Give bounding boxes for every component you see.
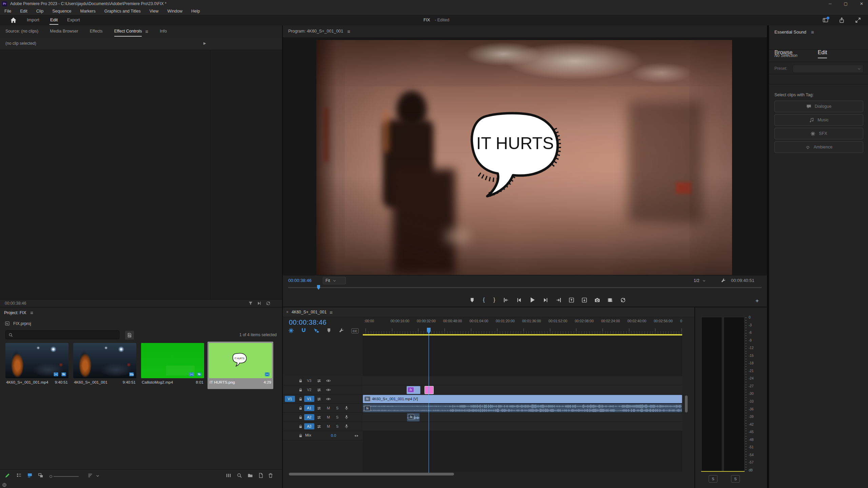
sync-lock-icon[interactable] — [317, 415, 321, 420]
solo-button[interactable]: S — [336, 406, 338, 410]
eye-icon[interactable] — [326, 387, 331, 392]
find-in-project-button[interactable] — [125, 330, 134, 340]
track-header-v2[interactable]: V2 — [283, 385, 363, 394]
solo-left-button[interactable]: S — [709, 475, 717, 483]
keyframe-icon[interactable] — [354, 433, 359, 438]
zoom-slider-handle[interactable] — [50, 475, 52, 478]
track-header-mix[interactable]: Mix 0.0 — [283, 431, 363, 440]
menu-item[interactable]: Graphics and Titles — [100, 9, 145, 14]
track-name[interactable]: V3 — [304, 378, 314, 384]
settings-wrench-icon[interactable] — [721, 278, 726, 283]
filter-funnel-icon[interactable] — [248, 301, 253, 306]
menu-item[interactable]: Window — [163, 9, 187, 14]
source-patch-v1[interactable]: V1 — [285, 396, 295, 402]
sync-lock-icon[interactable] — [317, 424, 321, 429]
freeform-view-icon[interactable] — [38, 473, 43, 478]
tab-effects[interactable]: Effects — [90, 29, 103, 34]
zoom-slider-track[interactable] — [54, 476, 79, 477]
loop-icon[interactable] — [266, 301, 271, 306]
solo-button[interactable]: S — [336, 415, 338, 419]
program-scrubber[interactable] — [288, 287, 762, 288]
tab-effect-controls[interactable]: Effect Controls — [114, 29, 142, 34]
workspace-tab-edit[interactable]: Edit — [50, 17, 58, 22]
fx-badge[interactable]: fx — [364, 406, 371, 411]
add-marker-icon[interactable] — [326, 328, 332, 333]
fx-badge[interactable]: fx — [364, 396, 371, 402]
mark-in-icon[interactable]: { — [482, 297, 486, 303]
track-name[interactable]: V1 — [304, 396, 314, 402]
minimize-button[interactable]: ─ — [829, 1, 832, 6]
project-writable-icon[interactable] — [5, 473, 10, 478]
track-name[interactable]: V2 — [304, 387, 314, 393]
track-header-a2[interactable]: A2 M S — [283, 413, 363, 422]
delete-icon[interactable] — [268, 473, 273, 478]
go-to-out-icon[interactable] — [556, 297, 561, 303]
captions-icon[interactable]: CC — [351, 328, 359, 333]
a2-audio-clip[interactable]: fx — [407, 413, 420, 422]
panel-menu-icon[interactable]: ≡ — [145, 29, 148, 34]
playhead-line[interactable] — [429, 328, 429, 473]
playback-resolution-select[interactable]: 1/2 — [691, 277, 711, 284]
sequence-thumbnail[interactable] — [73, 343, 136, 378]
menu-item[interactable]: Sequence — [48, 9, 76, 14]
program-timecode[interactable]: 00:00:38:46 — [288, 278, 312, 283]
workspace-tab-export[interactable]: Export — [67, 17, 80, 22]
export-frame-icon[interactable] — [594, 297, 600, 303]
nest-toggle-icon[interactable] — [288, 328, 294, 333]
clip-thumbnail[interactable] — [5, 343, 68, 378]
close-button[interactable]: ✕ — [860, 1, 863, 6]
home-icon[interactable] — [10, 17, 17, 23]
tab-media-browser[interactable]: Media Browser — [50, 29, 78, 34]
panel-menu-icon[interactable]: ≡ — [30, 310, 33, 315]
tag-ambience-button[interactable]: Ambience — [774, 141, 863, 153]
linked-selection-icon[interactable] — [313, 328, 319, 333]
mix-value[interactable]: 0.0 — [331, 433, 336, 438]
media-item-1[interactable]: 4K60_S+_001_001.mp49:40:51 — [5, 343, 68, 384]
new-item-icon[interactable] — [258, 473, 263, 478]
menu-item[interactable]: File — [0, 9, 16, 14]
timeline-timecode[interactable]: 00:00:38:46 — [289, 319, 327, 326]
eye-icon[interactable] — [326, 378, 331, 383]
fx-badge[interactable]: fx — [408, 387, 414, 392]
track-header-v3[interactable]: V3 — [283, 376, 363, 385]
menu-item[interactable]: Edit — [16, 9, 32, 14]
v2-graphic-clip-selected[interactable] — [425, 386, 434, 394]
media-item-3[interactable]: CallistoMog2.mp48:01 — [141, 343, 204, 384]
tab-info[interactable]: Info — [160, 29, 167, 34]
automate-to-sequence-icon[interactable] — [226, 473, 231, 478]
mute-button[interactable]: M — [327, 424, 330, 428]
v1-video-clip[interactable]: fx 4K60_S+_001_001.mp4 [V] — [363, 395, 682, 403]
menu-item[interactable]: View — [145, 9, 163, 14]
track-name[interactable]: A2 — [304, 414, 314, 420]
ec-timeline-toggle-icon[interactable]: ▶ — [203, 41, 206, 45]
workspace-tab-import[interactable]: Import — [27, 17, 39, 22]
project-tab[interactable]: Project: FIX — [4, 310, 26, 315]
new-bin-icon[interactable] — [248, 473, 253, 478]
close-icon[interactable]: × — [286, 310, 289, 314]
sync-lock-icon[interactable] — [317, 406, 321, 411]
track-name[interactable]: A1 — [304, 405, 314, 411]
es-tab-edit[interactable]: Edit — [818, 49, 827, 55]
still-thumbnail[interactable]: IT HURTS — [209, 343, 272, 378]
track-name[interactable]: A3 — [304, 423, 314, 429]
lock-icon[interactable] — [298, 406, 303, 410]
mark-out-icon[interactable]: } — [493, 297, 496, 303]
mic-icon[interactable] — [344, 424, 349, 429]
loop-icon[interactable] — [620, 297, 626, 303]
chevron-down-icon[interactable] — [96, 474, 100, 478]
tag-sfx-button[interactable]: SFX — [774, 128, 863, 139]
mic-icon[interactable] — [344, 415, 349, 420]
track-header-a1[interactable]: A1 M S — [283, 404, 363, 413]
add-marker-icon[interactable] — [469, 297, 475, 303]
play-button-icon[interactable] — [529, 297, 536, 303]
timeline-settings-icon[interactable] — [339, 328, 344, 333]
comparison-view-icon[interactable] — [607, 297, 613, 303]
step-icon[interactable] — [257, 301, 262, 306]
mute-button[interactable]: M — [327, 406, 330, 410]
mute-button[interactable]: M — [327, 415, 330, 419]
icon-view-icon[interactable] — [27, 473, 33, 478]
vertical-scrollbar[interactable] — [685, 395, 688, 412]
lock-icon[interactable] — [298, 397, 303, 401]
menu-item[interactable]: Markers — [76, 9, 100, 14]
program-video-frame[interactable]: IT HURTS — [316, 40, 732, 275]
